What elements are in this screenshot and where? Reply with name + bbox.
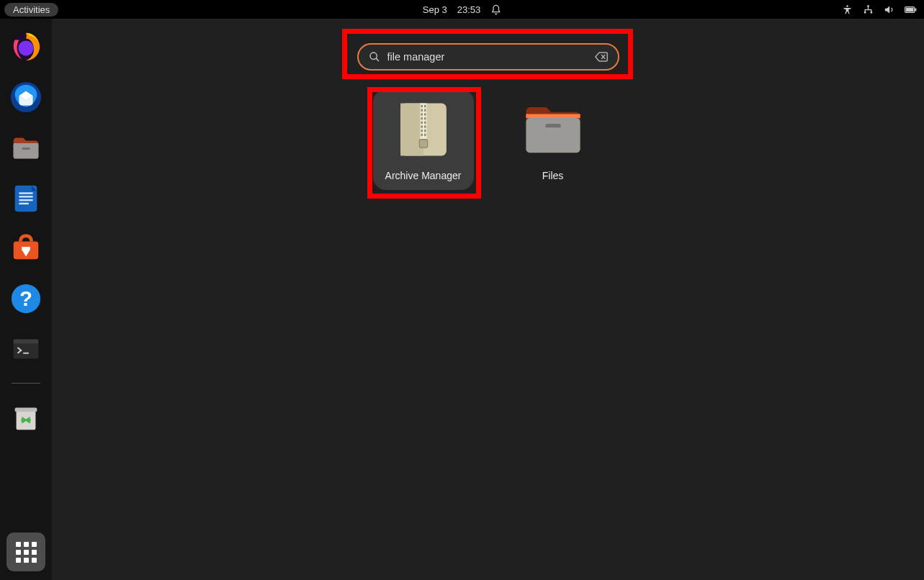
svg-rect-46	[424, 130, 426, 132]
date-label: Sep 3	[423, 4, 447, 15]
svg-rect-15	[19, 196, 32, 197]
svg-rect-36	[424, 109, 426, 112]
svg-rect-37	[421, 113, 422, 115]
svg-rect-39	[421, 117, 422, 119]
result-label: Archive Manager	[385, 170, 462, 181]
terminal-icon	[9, 332, 42, 366]
svg-rect-5	[915, 8, 916, 11]
network-icon	[863, 4, 874, 15]
dash-item-writer[interactable]	[8, 180, 44, 216]
volume-icon	[884, 4, 894, 15]
svg-rect-34	[424, 105, 426, 107]
svg-rect-50	[526, 118, 580, 153]
svg-rect-45	[421, 130, 422, 132]
svg-point-29	[370, 53, 377, 59]
notifications-icon	[490, 4, 501, 15]
clock-area[interactable]: Sep 3 23:53	[423, 4, 502, 15]
svg-rect-43	[421, 125, 422, 127]
activities-button[interactable]: Activities	[4, 3, 58, 17]
search-results: Archive Manager Files	[373, 89, 604, 190]
dash-item-firefox[interactable]	[8, 29, 44, 65]
files-app-icon	[522, 101, 584, 158]
search-icon	[369, 51, 380, 63]
svg-rect-42	[424, 122, 426, 124]
ubuntu-software-icon	[9, 232, 42, 265]
svg-rect-19	[22, 247, 30, 250]
result-archive-manager[interactable]: Archive Manager	[373, 89, 474, 190]
svg-rect-33	[421, 105, 422, 107]
svg-text:?: ?	[19, 287, 32, 310]
dash-item-terminal[interactable]	[8, 331, 44, 367]
dash-separator	[12, 383, 40, 384]
svg-rect-40	[424, 117, 426, 119]
svg-rect-26	[15, 408, 37, 412]
result-files[interactable]: Files	[503, 89, 604, 190]
dash-item-trash[interactable]	[8, 399, 44, 435]
svg-rect-49	[419, 140, 427, 148]
dash-item-help[interactable]: ?	[8, 281, 44, 317]
svg-rect-41	[421, 122, 422, 124]
firefox-icon	[9, 30, 42, 63]
svg-rect-12	[22, 148, 30, 150]
svg-rect-6	[906, 7, 913, 11]
svg-rect-38	[424, 113, 426, 115]
system-status-area[interactable]	[842, 4, 917, 15]
svg-rect-17	[19, 203, 28, 204]
svg-rect-31	[400, 104, 423, 156]
apps-grid-icon	[16, 542, 37, 563]
thunderbird-icon	[9, 81, 42, 114]
dash: ?	[0, 19, 52, 580]
svg-rect-35	[421, 109, 422, 112]
svg-rect-2	[864, 12, 866, 14]
libreoffice-writer-icon	[9, 181, 42, 214]
svg-rect-3	[871, 12, 873, 14]
search-field-container[interactable]	[357, 43, 619, 71]
time-label: 23:53	[457, 4, 481, 15]
accessibility-icon	[842, 4, 853, 15]
activities-overview: Archive Manager Files	[52, 19, 924, 580]
svg-rect-44	[424, 125, 426, 127]
dash-item-thunderbird[interactable]	[8, 79, 44, 115]
result-label: Files	[542, 170, 564, 181]
svg-rect-14	[19, 192, 32, 194]
svg-rect-11	[14, 143, 39, 158]
help-icon: ?	[9, 282, 42, 315]
dash-item-files[interactable]	[8, 130, 44, 166]
battery-icon	[905, 4, 917, 15]
archive-manager-icon	[395, 100, 452, 159]
svg-rect-23	[14, 340, 39, 344]
top-bar: Activities Sep 3 23:53	[0, 0, 924, 19]
svg-point-0	[846, 5, 848, 7]
search-bar	[357, 43, 619, 71]
dash-item-software[interactable]	[8, 230, 44, 266]
search-input[interactable]	[387, 51, 588, 63]
trash-icon	[9, 401, 42, 434]
show-applications-button[interactable]	[6, 533, 45, 571]
svg-rect-51	[545, 124, 561, 127]
svg-rect-16	[19, 199, 32, 201]
clear-search-icon[interactable]	[595, 51, 608, 63]
svg-rect-47	[421, 134, 422, 136]
svg-rect-48	[424, 134, 426, 136]
files-icon	[9, 131, 42, 164]
svg-point-8	[18, 40, 33, 55]
svg-rect-1	[867, 5, 869, 7]
svg-rect-24	[23, 353, 29, 354]
